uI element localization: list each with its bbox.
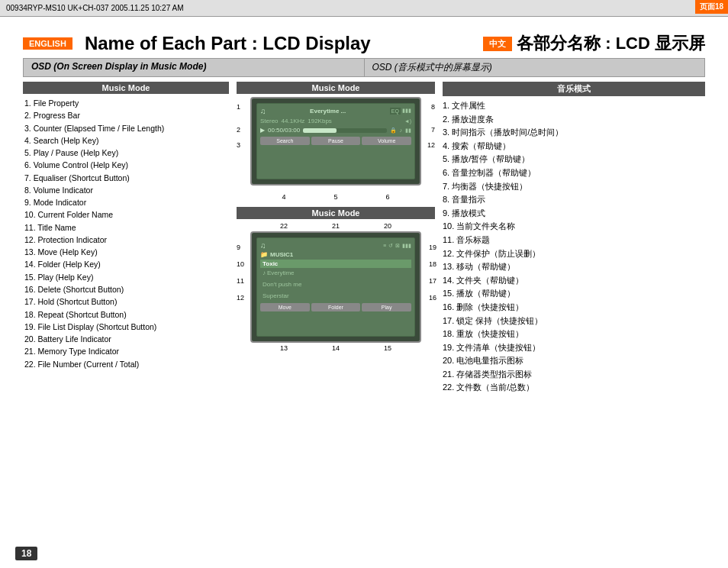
list-item: 14. Folder (Help Key) bbox=[23, 258, 229, 270]
cn-list-item: 4. 搜索（帮助键） bbox=[443, 140, 705, 153]
list-item: 8. Volume Indicator bbox=[23, 184, 229, 196]
lcd1-bottom-labels: 4 5 6 bbox=[250, 193, 421, 201]
lcd1-label-4: 4 bbox=[282, 193, 285, 201]
lcd2-label-19: 19 bbox=[429, 244, 436, 251]
lcd1-top-row: ♫ Everytime ... EQ ▮▮▮ bbox=[260, 107, 411, 115]
list-item: 16. Delete (Shortcut Button) bbox=[23, 283, 229, 295]
lcd2-label-18: 18 bbox=[429, 260, 436, 268]
center-column: Music Mode 1 2 3 8 7 12 ♫ Everytime ... bbox=[237, 82, 435, 395]
main-title-cn: 各部分名称 : LCD 显示屏 bbox=[517, 32, 705, 55]
lcd1-label-12: 12 bbox=[427, 141, 435, 149]
lcd2-folder-icon: 📁 bbox=[260, 251, 268, 258]
lcd2-btn-move: Move bbox=[260, 303, 310, 311]
lcd2-label-15: 15 bbox=[384, 344, 391, 352]
list-item: 21. Memory Type Indicator bbox=[23, 345, 229, 357]
lcd2-btn-play: Play bbox=[362, 303, 411, 311]
lcd1-buttons: Search Pause Volume bbox=[260, 137, 411, 145]
lcd2-label-14: 14 bbox=[332, 344, 340, 352]
header-bar: 00934RYP-MS10 UK+CH-037 2005.11.25 10:27… bbox=[0, 0, 728, 17]
lcd2-label-17: 17 bbox=[429, 277, 436, 285]
header-page-indicator: 页面18 bbox=[695, 0, 728, 14]
list-item: 11. Title Name bbox=[23, 221, 229, 234]
lcd1-wrapper: 1 2 3 8 7 12 ♫ Everytime ... EQ bbox=[250, 97, 421, 201]
page-number: 18 bbox=[15, 547, 37, 560]
lcd2-label-9: 9 bbox=[237, 244, 240, 251]
lcd2-item-superstar: Superstar bbox=[260, 289, 411, 300]
cn-list-item: 16. 删除（快捷按钮） bbox=[443, 301, 705, 315]
main-content: ENGLISH Name of Each Part : LCD Display … bbox=[0, 17, 728, 568]
lcd1-vol2-icon: ▮▮ bbox=[405, 127, 411, 134]
lcd2-label-13: 13 bbox=[280, 344, 288, 352]
cn-list-item: 8. 音量指示 bbox=[443, 193, 705, 207]
cn-list-item: 5. 播放/暂停（帮助键） bbox=[443, 153, 705, 166]
chinese-list: 1. 文件属性 2. 播放进度条 3. 时间指示（播放时间/总时间） 4. 搜索… bbox=[443, 99, 705, 395]
lcd2-item-toxic-label: Toxic bbox=[263, 260, 278, 267]
cn-list-item: 9. 播放模式 bbox=[443, 207, 705, 221]
lcd2-folder-row: 📁 MUSIC1 bbox=[260, 251, 411, 258]
cn-list-item: 7. 均衡器（快捷按钮） bbox=[443, 180, 705, 194]
cn-list-item: 2. 播放进度条 bbox=[443, 113, 705, 127]
cn-list-item: 1. 文件属性 bbox=[443, 99, 705, 113]
lcd2-item-superstar-label: Superstar bbox=[263, 292, 289, 299]
lcd1-btn-pause: Pause bbox=[311, 137, 361, 145]
lcd1-vol-icons: ◄) bbox=[404, 118, 411, 124]
lcd2-hold-icon: ⊠ bbox=[395, 243, 400, 249]
lcd1-btn-search: Search bbox=[260, 137, 310, 145]
lcd2-item-toxic: Toxic bbox=[260, 260, 411, 268]
list-item: 20. Battery Life Indicator bbox=[23, 333, 229, 345]
lcd2-bottom-labels: 13 14 15 bbox=[250, 344, 421, 352]
list-item: 5. Play / Pause (Help Key) bbox=[23, 147, 229, 159]
lcd2-btn-folder: Folder bbox=[311, 303, 361, 311]
list-item: 6. Volume Control (Help Key) bbox=[23, 159, 229, 171]
lcd2-item-dontpush-label: Don't push me bbox=[263, 281, 301, 288]
lcd1-bitrate: 192Kbps bbox=[308, 118, 332, 124]
lcd1-time: 00:50/03:00 bbox=[268, 127, 300, 134]
lcd1-btn-volume: Volume bbox=[362, 137, 411, 145]
lcd2-label-16: 16 bbox=[429, 294, 436, 302]
lcd2-label-20: 20 bbox=[384, 222, 391, 230]
lcd2-label-11: 11 bbox=[237, 277, 244, 285]
lcd1-label-5: 5 bbox=[333, 193, 337, 201]
lcd2-repeat-icon: ↺ bbox=[388, 243, 393, 249]
title-right-group: 中文 各部分名称 : LCD 显示屏 bbox=[475, 32, 705, 55]
lcd1-battery-icon: ▮▮▮ bbox=[402, 108, 411, 115]
title-left-group: ENGLISH Name of Each Part : LCD Display bbox=[23, 33, 371, 54]
lcd2-list-icon: ≡ bbox=[383, 243, 386, 249]
cn-list-item: 18. 重放（快捷按钮） bbox=[443, 328, 705, 341]
chinese-badge: 中文 bbox=[483, 37, 512, 51]
cn-list-item: 11. 音乐标题 bbox=[443, 234, 705, 247]
cn-list-item: 12. 文件保护（防止误删） bbox=[443, 247, 705, 261]
lcd1-stereo: Stereo bbox=[260, 118, 279, 124]
lcd1-label-7: 7 bbox=[431, 126, 435, 134]
lcd2-icon-row: ♫ ≡ ↺ ⊠ ▮▮▮ bbox=[260, 241, 411, 250]
lcd1-lock-icon: 🔒 bbox=[390, 127, 397, 134]
lcd2-item-dontpush: Don't push me bbox=[260, 278, 411, 289]
lcd1-inner: ♫ Everytime ... EQ ▮▮▮ Stereo 44.1KHz 19… bbox=[256, 103, 415, 179]
lcd2-battery2-icon: ▮▮▮ bbox=[402, 243, 411, 249]
lcd1-progress-fill bbox=[303, 128, 337, 133]
lcd1-eq-icon: EQ bbox=[390, 108, 401, 115]
cn-list-item: 13. 移动（帮助键） bbox=[443, 260, 705, 274]
lcd1-progress-bar bbox=[303, 128, 386, 133]
list-item: 22. File Number (Current / Total) bbox=[23, 358, 229, 370]
list-item: 18. Repeat (Shortcut Button) bbox=[23, 308, 229, 321]
lcd2-label-12: 12 bbox=[237, 294, 244, 302]
subtitle-left: OSD (On Screen Display in Music Mode) bbox=[24, 59, 365, 76]
lcd2-item-everytime: ♪ Everytime bbox=[260, 269, 411, 277]
list-item: 15. Play (Help Key) bbox=[23, 271, 229, 283]
list-item: 4. Search (Help Key) bbox=[23, 134, 229, 147]
lcd1-display: ♫ Everytime ... EQ ▮▮▮ Stereo 44.1KHz 19… bbox=[250, 97, 421, 186]
lcd2-display: ♫ ≡ ↺ ⊠ ▮▮▮ 📁 MUSIC1 bbox=[250, 231, 421, 343]
cn-list-item: 22. 文件数（当前/总数） bbox=[443, 381, 705, 395]
list-item: 7. Equaliser (Shortcut Button) bbox=[23, 172, 229, 184]
cn-list-item: 6. 音量控制器（帮助键） bbox=[443, 166, 705, 180]
header-metadata: 00934RYP-MS10 UK+CH-037 2005.11.25 10:27… bbox=[6, 4, 183, 12]
lcd1-label-1: 1 bbox=[237, 103, 240, 111]
left-column: Music Mode 1. File Property 2. Progress … bbox=[23, 82, 229, 395]
center-header2: Music Mode bbox=[237, 207, 435, 219]
lcd1-progress-row: ▶ 00:50/03:00 🔒 ♪ ▮▮ bbox=[260, 127, 411, 134]
lcd2-wrapper: 22 21 20 9 10 11 12 19 18 17 16 bbox=[250, 222, 421, 352]
lcd1-label-2: 2 bbox=[237, 126, 240, 134]
english-badge: ENGLISH bbox=[23, 37, 72, 50]
lcd1-label-6: 6 bbox=[385, 193, 389, 201]
